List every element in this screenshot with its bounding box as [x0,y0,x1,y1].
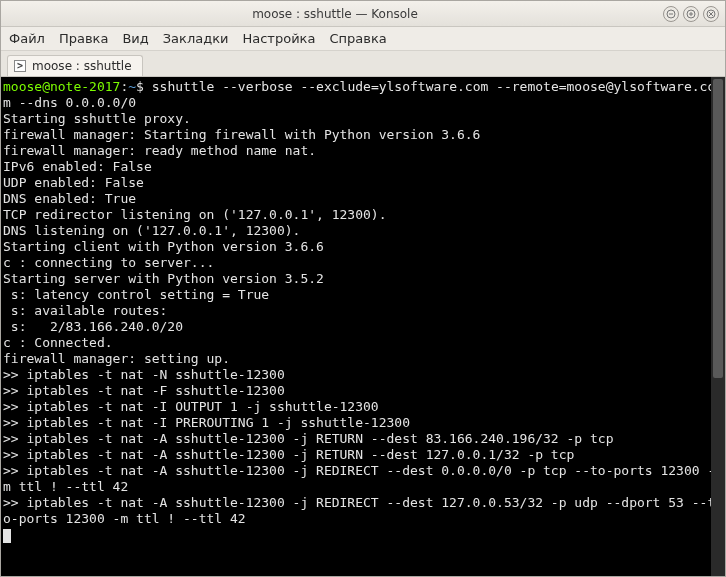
output-line: firewall manager: setting up. [3,351,230,366]
window-title: moose : sshuttle — Konsole [7,7,663,21]
output-line: >> iptables -t nat -A sshuttle-12300 -j … [3,447,574,462]
output-line: c : connecting to server... [3,255,214,270]
menu-bookmarks[interactable]: Закладки [163,31,229,46]
output-line: DNS listening on ('127.0.0.1', 12300). [3,223,300,238]
terminal-cursor [3,529,11,543]
output-line: firewall manager: Starting firewall with… [3,127,480,142]
terminal-tab[interactable]: moose : sshuttle [7,55,143,76]
output-line: Starting sshuttle proxy. [3,111,191,126]
tabbar: moose : sshuttle [1,51,725,77]
output-line: TCP redirector listening on ('127.0.0.1'… [3,207,387,222]
output-line: s: 2/83.166.240.0/20 [3,319,183,334]
window-controls [663,6,719,22]
output-line: >> iptables -t nat -I OUTPUT 1 -j sshutt… [3,399,379,414]
output-line: >> iptables -t nat -I PREROUTING 1 -j ss… [3,415,410,430]
minimize-button[interactable] [663,6,679,22]
prompt-host: note-2017 [50,79,120,94]
output-line: >> iptables -t nat -N sshuttle-12300 [3,367,285,382]
output-line: >> iptables -t nat -A sshuttle-12300 -j … [3,495,715,526]
prompt-at: @ [42,79,50,94]
output-line: s: latency control setting = True [3,287,269,302]
menu-settings[interactable]: Настройка [242,31,315,46]
prompt-user: moose [3,79,42,94]
output-line: firewall manager: ready method name nat. [3,143,316,158]
close-button[interactable] [703,6,719,22]
scrollbar[interactable] [711,77,725,576]
konsole-window: moose : sshuttle — Konsole Файл Правка В… [0,0,726,577]
scrollbar-thumb[interactable] [713,79,723,378]
terminal-icon [14,60,26,72]
output-line: UDP enabled: False [3,175,144,190]
menubar: Файл Правка Вид Закладки Настройка Справ… [1,27,725,51]
output-line: >> iptables -t nat -A sshuttle-12300 -j … [3,463,715,494]
menu-help[interactable]: Справка [329,31,386,46]
output-line: DNS enabled: True [3,191,136,206]
output-line: c : Connected. [3,335,113,350]
output-line: Starting client with Python version 3.6.… [3,239,324,254]
output-line: IPv6 enabled: False [3,159,152,174]
output-line: >> iptables -t nat -F sshuttle-12300 [3,383,285,398]
prompt-symbol: $ [136,79,144,94]
menu-edit[interactable]: Правка [59,31,108,46]
menu-view[interactable]: Вид [122,31,148,46]
terminal-output[interactable]: moose@note-2017:~$ sshuttle --verbose --… [1,77,725,576]
output-line: s: available routes: [3,303,167,318]
prompt-path: ~ [128,79,136,94]
titlebar[interactable]: moose : sshuttle — Konsole [1,1,725,27]
tab-label: moose : sshuttle [32,59,132,73]
output-line: >> iptables -t nat -A sshuttle-12300 -j … [3,431,613,446]
menu-file[interactable]: Файл [9,31,45,46]
maximize-button[interactable] [683,6,699,22]
output-line: Starting server with Python version 3.5.… [3,271,324,286]
